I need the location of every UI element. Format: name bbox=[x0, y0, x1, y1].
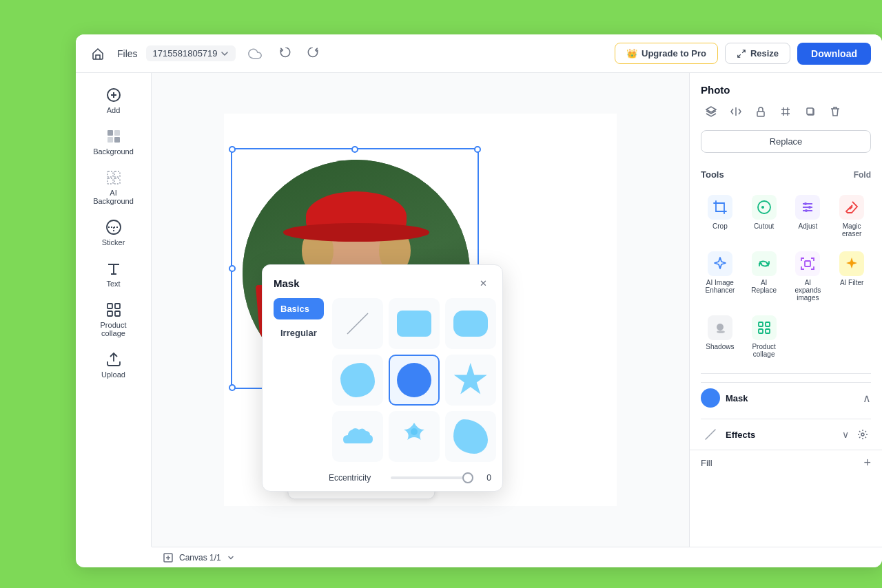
fold-button[interactable]: Fold bbox=[854, 170, 871, 180]
tool-label-ai-expands: AI expands images bbox=[792, 279, 825, 302]
sidebar-item-upload[interactable]: Upload bbox=[83, 346, 145, 384]
sidebar-item-sticker[interactable]: Sticker bbox=[83, 213, 145, 252]
mask-popup-close[interactable]: ✕ bbox=[475, 275, 491, 291]
handle-bl[interactable] bbox=[229, 384, 236, 391]
tool-shadows[interactable]: Shadows bbox=[701, 311, 739, 362]
sidebar-item-text[interactable]: Text bbox=[83, 255, 145, 293]
panel-flip-btn[interactable] bbox=[726, 101, 746, 122]
resize-button[interactable]: Resize bbox=[725, 43, 790, 64]
sidebar-item-label-product-collage: Product collage bbox=[91, 321, 136, 337]
crown-icon: 👑 bbox=[626, 48, 637, 59]
panel-title: Photo bbox=[690, 73, 882, 101]
svg-point-32 bbox=[717, 330, 725, 333]
tool-ai-filter[interactable]: AI Filter bbox=[832, 247, 871, 306]
panel-lock-btn[interactable] bbox=[750, 101, 771, 122]
effects-label: Effects bbox=[726, 430, 837, 440]
svg-rect-11 bbox=[107, 304, 112, 308]
svg-rect-24 bbox=[757, 112, 764, 116]
tool-cutout[interactable]: Cutout bbox=[745, 191, 783, 242]
mask-popup-title: Mask bbox=[274, 277, 300, 289]
svg-rect-8 bbox=[114, 171, 120, 177]
sidebar-item-background[interactable]: Background bbox=[83, 123, 145, 161]
tool-crop[interactable]: Crop bbox=[701, 191, 739, 242]
handle-tr[interactable] bbox=[474, 146, 481, 153]
sidebar-item-ai-background[interactable]: AI Background bbox=[83, 164, 145, 211]
eccentricity-slider[interactable] bbox=[391, 476, 473, 479]
mask-shape-blob1[interactable] bbox=[332, 355, 383, 406]
background-icon bbox=[105, 128, 122, 145]
replace-button[interactable]: Replace bbox=[701, 130, 871, 153]
sidebar-item-label-background: Background bbox=[93, 147, 134, 156]
svg-rect-14 bbox=[115, 311, 120, 316]
mask-shape-star[interactable] bbox=[445, 355, 496, 406]
tool-ai-replace[interactable]: AI Replace bbox=[745, 247, 783, 306]
mask-shape-squircle[interactable] bbox=[445, 298, 496, 349]
file-id-selector[interactable]: 1715581805719 bbox=[146, 45, 236, 61]
download-button[interactable]: Download bbox=[797, 43, 871, 65]
canvas-area[interactable]: AI NEW bbox=[152, 73, 689, 547]
bottom-bar: Canvas 1/1 bbox=[152, 547, 882, 567]
text-icon bbox=[105, 260, 122, 277]
canvas-label: Canvas 1/1 bbox=[179, 553, 221, 563]
handle-tm[interactable] bbox=[351, 146, 358, 153]
fill-add-icon[interactable]: + bbox=[863, 456, 871, 470]
canvas-info[interactable]: Canvas 1/1 bbox=[163, 552, 235, 563]
main-layout: Add Background AI Background bbox=[76, 73, 882, 567]
svg-point-29 bbox=[805, 209, 808, 212]
sidebar-item-product-collage[interactable]: Product collage bbox=[83, 296, 145, 343]
svg-rect-7 bbox=[107, 171, 113, 177]
mask-expand-icon[interactable]: ∧ bbox=[863, 392, 871, 405]
cloud-sync-button[interactable] bbox=[244, 43, 266, 65]
handle-tl[interactable] bbox=[229, 146, 236, 153]
mask-category-irregular[interactable]: Irregular bbox=[274, 322, 324, 344]
home-button[interactable] bbox=[87, 43, 109, 65]
svg-rect-34 bbox=[766, 322, 770, 326]
tool-magic-eraser[interactable]: Magic eraser bbox=[832, 191, 871, 242]
eccentricity-label: Eccentricity bbox=[329, 473, 384, 483]
mask-shape-none[interactable] bbox=[332, 298, 383, 349]
tool-ai-enhancer[interactable]: AI Image Enhancer bbox=[701, 247, 739, 306]
upgrade-button[interactable]: 👑 Upgrade to Pro bbox=[615, 43, 718, 64]
mask-shape-cloud[interactable] bbox=[332, 411, 383, 462]
sidebar-item-label-text: Text bbox=[106, 280, 120, 288]
mask-row[interactable]: Mask ∧ bbox=[701, 382, 871, 413]
fill-row[interactable]: Fill + bbox=[690, 450, 882, 476]
svg-rect-3 bbox=[107, 130, 113, 136]
add-icon bbox=[105, 87, 122, 103]
svg-rect-35 bbox=[759, 329, 763, 333]
effects-settings-icon[interactable] bbox=[854, 426, 871, 443]
svg-rect-12 bbox=[115, 304, 120, 308]
svg-rect-36 bbox=[766, 329, 770, 333]
effects-chevron-icon[interactable]: ∨ bbox=[842, 429, 849, 440]
svg-rect-9 bbox=[107, 178, 113, 184]
undo-button[interactable] bbox=[274, 43, 296, 65]
panel-layers-btn[interactable] bbox=[701, 101, 721, 122]
effects-row[interactable]: Effects ∨ bbox=[701, 419, 871, 450]
handle-ml[interactable] bbox=[229, 265, 236, 272]
tool-label-shadows: Shadows bbox=[706, 343, 734, 350]
top-bar: Files 1715581805719 👑 Upgrade to Pro bbox=[76, 34, 882, 73]
redo-button[interactable] bbox=[302, 43, 324, 65]
mask-shape-blob2[interactable] bbox=[445, 411, 496, 462]
sidebar-item-add[interactable]: Add bbox=[83, 81, 145, 120]
panel-align-btn[interactable] bbox=[775, 101, 796, 122]
mask-shape-circle[interactable] bbox=[389, 355, 440, 406]
tool-ai-expands[interactable]: AI expands images bbox=[789, 247, 828, 306]
svg-point-28 bbox=[808, 206, 811, 209]
right-panel: Photo bbox=[689, 73, 882, 547]
svg-rect-26 bbox=[807, 108, 813, 114]
svg-rect-4 bbox=[114, 130, 120, 136]
panel-delete-btn[interactable] bbox=[825, 101, 845, 122]
tools-section-title: Tools bbox=[701, 169, 724, 180]
tool-label-crop: Crop bbox=[712, 222, 728, 230]
ai-background-icon bbox=[105, 169, 122, 186]
panel-duplicate-btn[interactable] bbox=[800, 101, 821, 122]
mask-shape-flower[interactable] bbox=[389, 411, 440, 462]
tool-adjust[interactable]: Adjust bbox=[789, 191, 828, 242]
mask-shape-rounded[interactable] bbox=[389, 298, 440, 349]
mask-category-basics[interactable]: Basics bbox=[274, 298, 324, 319]
svg-rect-30 bbox=[805, 261, 810, 266]
effects-icon bbox=[701, 425, 720, 444]
tool-product-collage[interactable]: Product collage bbox=[745, 311, 783, 362]
left-sidebar: Add Background AI Background bbox=[76, 73, 152, 547]
